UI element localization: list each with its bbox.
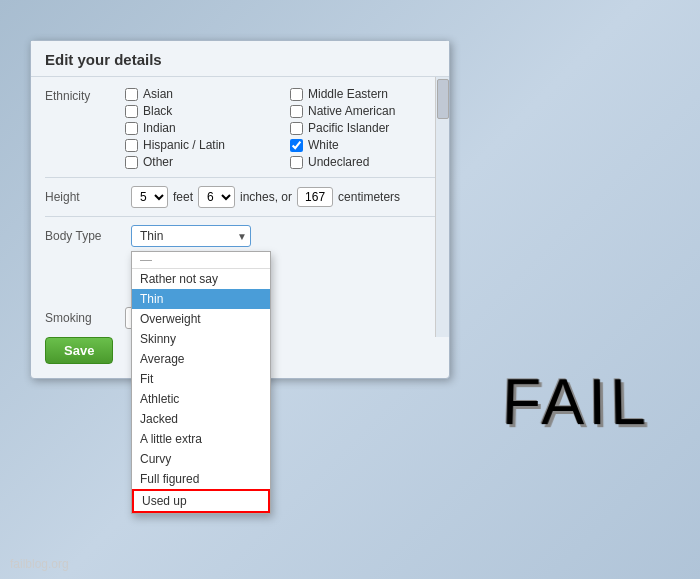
ethnicity-middle-eastern[interactable]: Middle Eastern xyxy=(290,87,435,101)
height-label: Height xyxy=(45,190,125,204)
white-label: White xyxy=(308,138,339,152)
middle-eastern-label: Middle Eastern xyxy=(308,87,388,101)
feet-unit: feet xyxy=(173,190,193,204)
height-controls: 5 feet 6 inches, or centimeters xyxy=(131,186,400,208)
fail-text: FAIL xyxy=(501,366,651,440)
dropdown-item-athletic[interactable]: Athletic xyxy=(132,389,270,409)
cm-unit: centimeters xyxy=(338,190,400,204)
dropdown-item-overweight[interactable]: Overweight xyxy=(132,309,270,329)
ethnicity-black[interactable]: Black xyxy=(125,104,270,118)
dropdown-item-average[interactable]: Average xyxy=(132,349,270,369)
ethnicity-grid: Asian Middle Eastern Black Native Americ… xyxy=(125,87,435,169)
edit-details-dialog: Edit your details Ethnicity Asian Middle… xyxy=(30,40,450,379)
hispanic-checkbox[interactable] xyxy=(125,139,138,152)
middle-eastern-checkbox[interactable] xyxy=(290,88,303,101)
dropdown-item-thin[interactable]: Thin xyxy=(132,289,270,309)
dropdown-item-a-little-extra[interactable]: A little extra xyxy=(132,429,270,449)
ethnicity-undeclared[interactable]: Undeclared xyxy=(290,155,435,169)
dropdown-item-jacked[interactable]: Jacked xyxy=(132,409,270,429)
ethnicity-indian[interactable]: Indian xyxy=(125,121,270,135)
dropdown-item-fit[interactable]: Fit xyxy=(132,369,270,389)
body-type-label: Body Type xyxy=(45,225,125,243)
scrollbar[interactable] xyxy=(435,77,449,337)
black-label: Black xyxy=(143,104,172,118)
scrollbar-thumb[interactable] xyxy=(437,79,449,119)
other-checkbox[interactable] xyxy=(125,156,138,169)
body-type-section: Body Type Thin ▼ — Rather not say Thin O… xyxy=(45,225,435,247)
dropdown-item-full-figured[interactable]: Full figured xyxy=(132,469,270,489)
outer-wrapper: Edit your details Ethnicity Asian Middle… xyxy=(0,0,700,579)
dropdown-item-curvy[interactable]: Curvy xyxy=(132,449,270,469)
native-american-label: Native American xyxy=(308,104,395,118)
ethnicity-other[interactable]: Other xyxy=(125,155,270,169)
cm-input[interactable] xyxy=(297,187,333,207)
save-button[interactable]: Save xyxy=(45,337,113,364)
body-type-select[interactable]: Thin xyxy=(131,225,251,247)
dropdown-item-rather-not-say[interactable]: Rather not say xyxy=(132,269,270,289)
ethnicity-hispanic[interactable]: Hispanic / Latin xyxy=(125,138,270,152)
ethnicity-native-american[interactable]: Native American xyxy=(290,104,435,118)
hispanic-label: Hispanic / Latin xyxy=(143,138,225,152)
indian-label: Indian xyxy=(143,121,176,135)
dropdown-item-skinny[interactable]: Skinny xyxy=(132,329,270,349)
indian-checkbox[interactable] xyxy=(125,122,138,135)
dropdown-item-used-up[interactable]: Used up xyxy=(132,489,270,513)
other-label: Other xyxy=(143,155,173,169)
dropdown-separator: — xyxy=(132,252,270,269)
ethnicity-label: Ethnicity xyxy=(45,87,125,103)
watermark: failblog.org xyxy=(10,557,69,571)
ethnicity-pacific-islander[interactable]: Pacific Islander xyxy=(290,121,435,135)
undeclared-checkbox[interactable] xyxy=(290,156,303,169)
body-type-dropdown: — Rather not say Thin Overweight Skinny … xyxy=(131,251,271,514)
feet-select[interactable]: 5 xyxy=(131,186,168,208)
inches-unit: inches, or xyxy=(240,190,292,204)
pacific-islander-label: Pacific Islander xyxy=(308,121,389,135)
white-checkbox[interactable] xyxy=(290,139,303,152)
height-section: Height 5 feet 6 inches, or centimeters xyxy=(45,186,435,208)
body-type-select-wrapper: Thin ▼ — Rather not say Thin Overweight … xyxy=(131,225,251,247)
native-american-checkbox[interactable] xyxy=(290,105,303,118)
black-checkbox[interactable] xyxy=(125,105,138,118)
pacific-islander-checkbox[interactable] xyxy=(290,122,303,135)
ethnicity-section: Ethnicity Asian Middle Eastern Black xyxy=(45,87,435,169)
divider-2 xyxy=(45,216,435,217)
asian-checkbox[interactable] xyxy=(125,88,138,101)
divider-1 xyxy=(45,177,435,178)
inches-select[interactable]: 6 xyxy=(198,186,235,208)
dialog-content: Ethnicity Asian Middle Eastern Black xyxy=(31,77,449,378)
ethnicity-white[interactable]: White xyxy=(290,138,435,152)
asian-label: Asian xyxy=(143,87,173,101)
ethnicity-asian[interactable]: Asian xyxy=(125,87,270,101)
smoking-label: Smoking xyxy=(45,311,125,325)
dialog-title: Edit your details xyxy=(31,41,449,77)
undeclared-label: Undeclared xyxy=(308,155,369,169)
